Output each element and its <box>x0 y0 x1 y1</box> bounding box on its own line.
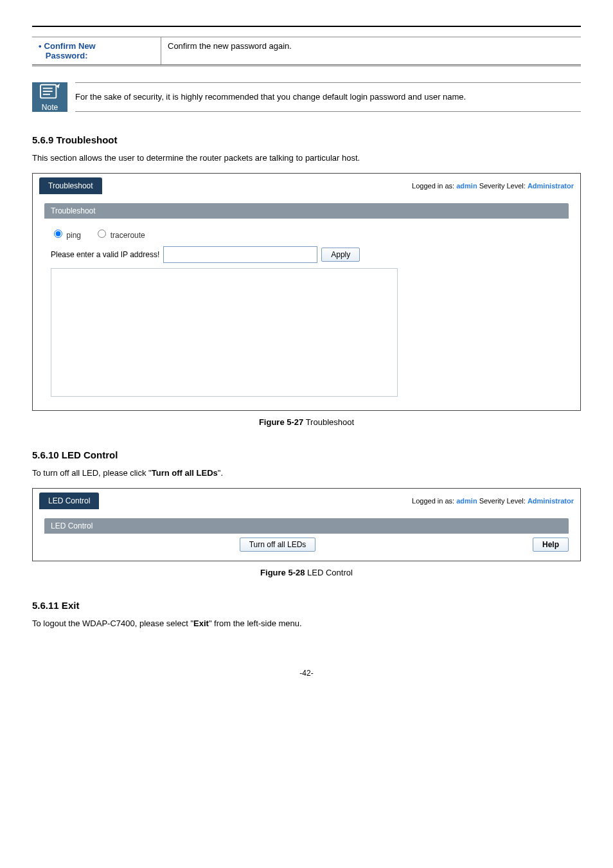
param-label-line1: Confirm New <box>44 41 96 51</box>
param-desc-cell: Confirm the new password again. <box>161 37 582 66</box>
led-login-user[interactable]: admin <box>456 497 477 505</box>
intro-569: This section allows the user to determin… <box>32 152 581 165</box>
intro-5610-pre: To turn off all LED, please click " <box>32 468 152 478</box>
led-header: LED Control Logged in as: admin Severity… <box>33 489 580 513</box>
traceroute-text: traceroute <box>111 231 145 240</box>
param-table: •Confirm New Password: Confirm the new p… <box>32 37 581 66</box>
ip-row: Please enter a valid IP address! Apply <box>51 246 569 263</box>
ts-body: ping traceroute Please enter a valid IP … <box>44 219 569 399</box>
heading-5611: 5.6.11 Exit <box>32 600 581 611</box>
led-subhead: LED Control <box>44 518 569 534</box>
caption-527: Figure 5-27 Troubleshoot <box>32 417 581 427</box>
led-login-level[interactable]: Administrator <box>528 497 574 505</box>
ts-header: Troubleshoot Logged in as: admin Severit… <box>33 174 580 198</box>
ts-login-sep: Severity Level: <box>477 182 528 190</box>
ts-login-level[interactable]: Administrator <box>528 182 574 190</box>
bullet-icon: • <box>39 41 42 51</box>
ping-text: ping <box>66 231 81 240</box>
intro-5611-post: " from the left-side menu. <box>209 619 302 628</box>
heading-569: 5.6.9 Troubleshoot <box>32 134 581 145</box>
caption-528-bold: Figure 5-28 <box>260 568 305 577</box>
intro-5610-bold: Turn off all LEDs <box>152 468 218 478</box>
ts-login-prefix: Logged in as: <box>412 182 456 190</box>
ts-login-user[interactable]: admin <box>456 182 477 190</box>
ts-inner: Troubleshoot ping traceroute Please ente… <box>33 198 580 410</box>
note-block: Note For the sake of security, it is hig… <box>32 82 581 112</box>
led-tab[interactable]: LED Control <box>39 493 99 509</box>
note-label: Note <box>42 103 58 112</box>
caption-528: Figure 5-28 LED Control <box>32 568 581 577</box>
note-icon-wrap: Note <box>32 82 67 112</box>
apply-button[interactable]: Apply <box>321 248 360 262</box>
led-center: Turn off all LEDs <box>44 538 511 552</box>
note-text-wrap: For the sake of security, it is highly r… <box>75 82 581 112</box>
ping-radio-label[interactable]: ping <box>51 231 81 240</box>
led-login-status: Logged in as: admin Severity Level: Admi… <box>412 497 574 505</box>
led-right: Help <box>511 538 569 552</box>
led-login-sep: Severity Level: <box>477 497 528 505</box>
top-rule <box>32 26 581 27</box>
led-inner: LED Control Turn off all LEDs Help <box>33 513 580 561</box>
ts-subhead: Troubleshoot <box>44 203 569 219</box>
note-text: For the sake of security, it is highly r… <box>75 92 466 102</box>
ts-login-status: Logged in as: admin Severity Level: Admi… <box>412 182 574 190</box>
led-login-prefix: Logged in as: <box>412 497 456 505</box>
traceroute-radio[interactable] <box>98 230 106 238</box>
intro-5610-post: ". <box>218 468 223 478</box>
note-icon: Note <box>32 82 67 112</box>
param-label-cell: •Confirm New Password: <box>32 37 161 66</box>
ts-radio-row: ping traceroute <box>51 228 569 240</box>
ip-input[interactable] <box>163 246 317 263</box>
turn-off-leds-button[interactable]: Turn off all LEDs <box>240 538 316 552</box>
notepad-icon <box>38 82 62 102</box>
intro-5611-bold: Exit <box>193 619 209 628</box>
caption-527-bold: Figure 5-27 <box>259 417 303 427</box>
param-desc: Confirm the new password again. <box>168 41 292 51</box>
ping-radio[interactable] <box>54 230 62 238</box>
intro-5610: To turn off all LED, please click "Turn … <box>32 467 581 480</box>
ts-tab[interactable]: Troubleshoot <box>39 177 102 194</box>
heading-5610: 5.6.10 LED Control <box>32 449 581 460</box>
param-row: •Confirm New Password: Confirm the new p… <box>32 37 581 66</box>
intro-5611: To logout the WDAP-C7400, please select … <box>32 617 581 631</box>
ts-output[interactable] <box>51 268 398 397</box>
ip-label: Please enter a valid IP address! <box>51 250 159 259</box>
troubleshoot-frame: Troubleshoot Logged in as: admin Severit… <box>32 173 581 411</box>
traceroute-radio-label[interactable]: traceroute <box>94 231 145 240</box>
intro-5611-pre: To logout the WDAP-C7400, please select … <box>32 619 193 628</box>
param-label-line2: Password: <box>46 51 88 60</box>
help-button[interactable]: Help <box>533 538 569 552</box>
led-frame: LED Control Logged in as: admin Severity… <box>32 488 581 561</box>
led-button-row: Turn off all LEDs Help <box>44 534 569 552</box>
caption-528-rest: LED Control <box>305 568 352 577</box>
caption-527-rest: Troubleshoot <box>303 417 354 427</box>
page-number: -42- <box>32 669 581 678</box>
